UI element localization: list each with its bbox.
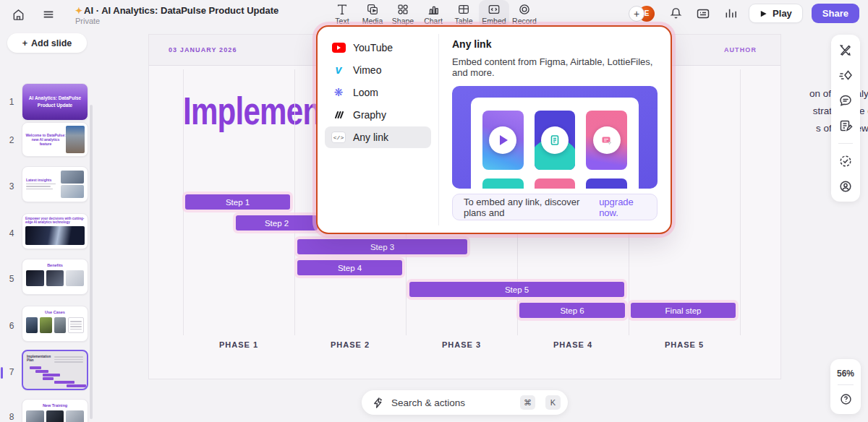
phase-label-3[interactable]: PHASE 3: [406, 340, 517, 349]
slide-thumbnail-8[interactable]: New Training: [22, 399, 88, 422]
play-glyph-icon: [500, 135, 508, 145]
tool-table[interactable]: Table: [448, 0, 479, 27]
tool-chart[interactable]: Chart: [418, 0, 448, 27]
check-circle-icon: [838, 154, 853, 168]
gantt-gridline: [183, 69, 184, 335]
thumb-gantt: [27, 366, 83, 384]
embed-icon: [488, 3, 501, 16]
gantt-bar-step-2[interactable]: Step 2: [236, 215, 318, 231]
text-icon: [336, 3, 349, 16]
design-tools-button[interactable]: [838, 42, 854, 58]
embed-illustration: [452, 86, 658, 189]
privacy-status: Private: [75, 17, 278, 25]
provider-loom[interactable]: ❋ Loom: [325, 82, 431, 103]
provider-any-link[interactable]: </> Any link: [325, 126, 431, 148]
phase-label-4[interactable]: PHASE 4: [517, 340, 629, 349]
notes-button[interactable]: [838, 118, 854, 134]
slide-thumbnail-7[interactable]: Implementation Plan: [22, 350, 88, 390]
sidebar-scrollbar[interactable]: [90, 105, 93, 419]
zoom-divider: [838, 384, 854, 385]
thumb-image: [25, 226, 85, 245]
menu-button[interactable]: [39, 5, 58, 24]
person-circle-icon: [838, 179, 853, 194]
upgrade-link[interactable]: upgrade now.: [599, 197, 646, 218]
author-label[interactable]: AUTHOR: [724, 46, 757, 53]
command-key-badge: ⌘: [520, 395, 535, 410]
slide-number: 4: [6, 228, 17, 238]
tool-text[interactable]: Text: [327, 0, 357, 27]
zoom-panel: 56%: [830, 359, 861, 414]
gantt-bar-final-step[interactable]: Final step: [631, 303, 736, 318]
card-view-button[interactable]: [694, 4, 712, 23]
slide-thumbnail-1[interactable]: AI Analytics: DataPulse Product Update: [22, 83, 88, 121]
any-link-panel: Any link Embed content from Figma, Airta…: [439, 27, 671, 233]
notifications-button[interactable]: [666, 4, 685, 23]
home-button[interactable]: [9, 5, 27, 24]
collaborators[interactable]: + E: [629, 5, 658, 22]
k-key-badge: K: [545, 395, 561, 410]
provider-vimeo[interactable]: v Vimeo: [325, 59, 431, 81]
gantt-bar-step-1[interactable]: Step 1: [185, 194, 290, 210]
bell-icon: [669, 7, 683, 20]
illustration-partial-row: [482, 178, 627, 189]
slide-thumbnail-5[interactable]: Benefits: [22, 259, 88, 295]
illustration-video-card: [482, 111, 524, 170]
tool-shape[interactable]: Shape: [388, 0, 418, 27]
tool-media[interactable]: Media: [357, 0, 388, 27]
provider-youtube[interactable]: YouTube: [325, 37, 431, 59]
design-tools-icon: [838, 43, 853, 57]
invite-button[interactable]: +: [629, 6, 644, 22]
thumb-image: [66, 126, 85, 153]
embed-card-icon: [600, 134, 613, 147]
sparkle-icon: ✦: [75, 6, 82, 16]
play-button[interactable]: Play: [749, 4, 803, 23]
tasks-button[interactable]: [838, 153, 854, 169]
help-button[interactable]: [838, 391, 854, 407]
thumb-image: [61, 171, 84, 198]
gantt-bar-step-5[interactable]: Step 5: [409, 282, 624, 297]
thumb-image-row: [26, 317, 84, 333]
toolbar-divider: [838, 143, 853, 144]
analytics-button[interactable]: [721, 4, 740, 23]
analytics-icon: [724, 7, 738, 20]
gantt-bar-step-6[interactable]: Step 6: [519, 303, 625, 318]
slide-number: 6: [6, 321, 17, 331]
slide-thumbnail-4[interactable]: Empower your decisions with cutting-edge…: [22, 213, 88, 249]
current-slide-indicator: [1, 367, 3, 379]
comments-button[interactable]: [838, 92, 854, 108]
table-icon: [457, 3, 470, 16]
phase-label-1[interactable]: PHASE 1: [183, 340, 294, 349]
chart-icon: [427, 3, 440, 16]
deliver-button[interactable]: [838, 67, 854, 83]
gantt-bar-step-3[interactable]: Step 3: [297, 239, 467, 254]
search-actions-bar[interactable]: Search & actions ⌘ K: [362, 390, 568, 415]
search-input[interactable]: Search & actions: [391, 397, 510, 408]
gantt-gridline: [740, 69, 741, 335]
phase-label-2[interactable]: PHASE 2: [294, 340, 406, 349]
slide-date[interactable]: 03 JANUARY 2026: [169, 46, 237, 53]
loom-icon: ❋: [331, 85, 346, 100]
tool-record[interactable]: Record: [509, 0, 540, 27]
notes-icon: [838, 119, 853, 133]
embed-popover: YouTube v Vimeo ❋ Loom Graphy </> Any li…: [316, 25, 672, 234]
top-bar: ✦AI · AI Analytics: DataPulse Product Up…: [0, 0, 868, 29]
actions-zap-icon: [372, 397, 384, 409]
document-title[interactable]: ✦AI · AI Analytics: DataPulse Product Up…: [75, 5, 278, 16]
slide-thumbnail-2[interactable]: Welcome to DataPulse: new AI analytics f…: [22, 122, 88, 157]
provider-graphy[interactable]: Graphy: [325, 104, 431, 126]
thumb-image-row: [26, 270, 84, 286]
zoom-level[interactable]: 56%: [837, 369, 854, 379]
share-button[interactable]: Share: [812, 4, 859, 23]
slide-number: 5: [6, 274, 17, 284]
gantt-bar-step-4[interactable]: Step 4: [297, 260, 402, 275]
thumb-image-row: [26, 410, 84, 422]
slide-thumbnail-6[interactable]: Use Cases: [22, 306, 88, 342]
phase-label-5[interactable]: PHASE 5: [629, 340, 740, 349]
media-icon: [366, 3, 379, 16]
profile-button[interactable]: [838, 178, 854, 194]
hamburger-icon: [42, 8, 55, 21]
add-slide-button[interactable]: + Add slide: [7, 33, 87, 53]
tool-embed[interactable]: Embed: [479, 0, 509, 27]
upgrade-banner: To embed any link, discover plans and up…: [452, 194, 658, 220]
slide-thumbnail-3[interactable]: Latest insights: [22, 166, 88, 202]
